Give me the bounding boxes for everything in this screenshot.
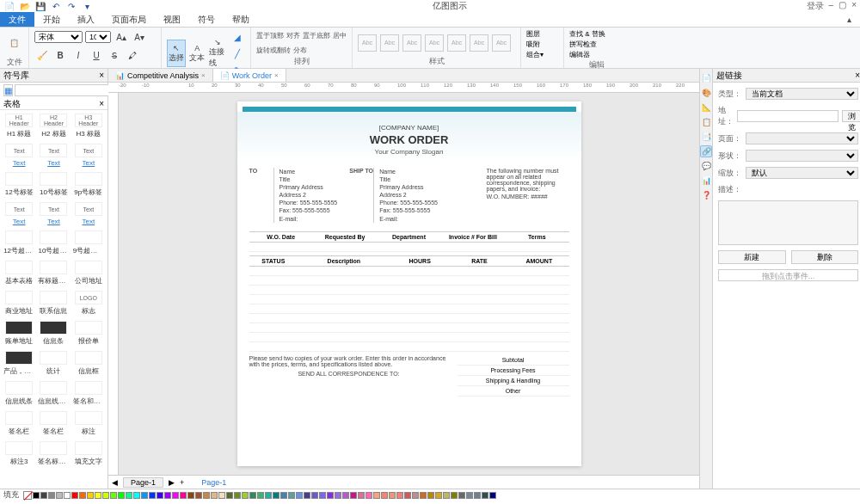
color-swatch[interactable] (157, 492, 163, 499)
browse-button[interactable]: 浏览 (842, 110, 860, 122)
menu-view[interactable]: 视图 (155, 12, 189, 27)
color-swatch[interactable] (427, 492, 434, 499)
rstrip-icon-1[interactable]: 🎨 (700, 87, 712, 99)
lib-item[interactable]: 统计 (38, 351, 69, 376)
color-swatch[interactable] (79, 492, 86, 499)
color-swatch[interactable] (451, 492, 458, 499)
qat-print-icon[interactable]: ▾ (81, 1, 93, 11)
events-hint[interactable]: 拖到点击事件... (718, 269, 858, 281)
color-swatch[interactable] (273, 492, 280, 499)
color-swatch[interactable] (288, 492, 295, 499)
menu-home[interactable]: 开始 (34, 12, 69, 27)
color-swatch[interactable] (342, 492, 349, 499)
color-swatch[interactable] (265, 492, 272, 499)
color-swatch[interactable] (412, 492, 419, 499)
color-swatch[interactable] (311, 492, 318, 499)
hyperlink-close-icon[interactable]: × (855, 71, 860, 80)
color-swatch[interactable] (280, 492, 287, 499)
snap-btn[interactable]: 吸附 (526, 40, 540, 49)
lib-item[interactable]: 联系信息 (38, 291, 69, 316)
lib-item[interactable]: TextText (3, 144, 34, 167)
style-7[interactable]: Abc (492, 34, 511, 52)
lib-item[interactable]: 账单地址 (3, 321, 34, 346)
page-tab-1[interactable]: Page-1 (123, 477, 163, 488)
close-icon[interactable]: × (274, 71, 279, 79)
color-swatch[interactable] (458, 492, 465, 499)
color-swatch[interactable] (350, 492, 357, 499)
color-swatch[interactable] (358, 492, 365, 499)
menu-help[interactable]: 帮助 (224, 12, 258, 27)
lib-item[interactable]: 12号超链... (3, 230, 34, 255)
color-swatch[interactable] (389, 492, 396, 499)
arrange-top[interactable]: 置于顶部 (256, 31, 284, 40)
symbol-lib-add-icon[interactable]: ▦ (3, 84, 13, 96)
lib-item[interactable]: 产品，价... (3, 351, 34, 376)
qat-save-icon[interactable]: 💾 (34, 1, 46, 11)
qat-redo-icon[interactable]: ↷ (65, 1, 77, 11)
new-button[interactable]: 新建 (718, 250, 786, 264)
color-swatch[interactable] (234, 492, 241, 499)
text-tool[interactable]: A文本 (188, 40, 206, 67)
symbol-lib-close-icon[interactable]: × (99, 71, 104, 80)
color-swatch[interactable] (48, 492, 55, 499)
clear-format-icon[interactable]: 🧹 (34, 47, 50, 63)
qat-new-icon[interactable]: 📄 (3, 1, 15, 11)
color-swatch[interactable] (195, 492, 202, 499)
qat-open-icon[interactable]: 📂 (19, 1, 31, 11)
color-swatch[interactable] (218, 492, 225, 499)
lib-item[interactable]: 信息线条 (3, 381, 34, 406)
color-swatch[interactable] (133, 492, 140, 499)
layer-btn[interactable]: 图层 (526, 29, 540, 39)
page-document[interactable]: [COMPANY NAME] WORK ORDER Your Company S… (237, 101, 581, 466)
lib-item[interactable]: TextText (3, 202, 34, 225)
color-swatch[interactable] (396, 492, 403, 499)
delete-button[interactable]: 删除 (791, 250, 859, 264)
color-swatch[interactable] (149, 492, 156, 499)
lib-item[interactable]: 基本表格 (3, 261, 34, 286)
arrange-distribute[interactable]: 分布 (293, 46, 307, 55)
color-swatch[interactable] (474, 492, 481, 499)
color-swatch[interactable] (71, 492, 78, 499)
rstrip-icon-8[interactable]: ❓ (700, 189, 712, 201)
type-select[interactable]: 当前文档 (746, 88, 858, 100)
style-3[interactable]: Abc (402, 34, 421, 52)
arrange-center[interactable]: 居中 (333, 31, 347, 40)
color-swatch[interactable] (203, 492, 210, 499)
shape-select[interactable] (746, 150, 858, 162)
color-swatch[interactable] (33, 492, 40, 499)
qat-undo-icon[interactable]: ↶ (50, 1, 62, 11)
window-minimize[interactable]: – (829, 0, 834, 12)
lib-item[interactable]: TextText (73, 144, 104, 167)
spell-check-btn[interactable]: 拼写检查 (569, 40, 597, 49)
style-1[interactable]: Abc (358, 34, 377, 52)
paste-button[interactable]: 📋 (5, 29, 23, 57)
lib-item[interactable]: 填充文字 (73, 441, 104, 466)
ribbon-collapse-icon[interactable]: ▴ (847, 15, 851, 24)
style-6[interactable]: Abc (470, 34, 488, 52)
color-swatch[interactable] (404, 492, 411, 499)
connector-tool[interactable]: ↘连接线 (209, 40, 227, 67)
lib-item[interactable]: 信息条 (38, 321, 69, 346)
lib-item[interactable]: 报价单 (73, 321, 104, 346)
color-swatch[interactable] (435, 492, 442, 499)
arrange-bottom[interactable]: 置于底部 (303, 31, 330, 40)
lib-item[interactable]: 9p号标签 (73, 172, 104, 197)
color-swatch[interactable] (56, 492, 63, 499)
color-swatch[interactable] (257, 492, 264, 499)
style-4[interactable]: Abc (425, 34, 444, 52)
lib-item[interactable]: H3 HeaderH3 标题 (73, 114, 104, 138)
bold-icon[interactable]: B (52, 47, 68, 63)
zoom-select[interactable]: 默认 (746, 167, 858, 179)
style-2[interactable]: Abc (380, 34, 399, 52)
color-swatch[interactable] (335, 492, 341, 499)
color-swatch[interactable] (87, 492, 94, 499)
lib-item[interactable]: TextText (73, 202, 104, 225)
italic-icon[interactable]: I (71, 47, 86, 63)
color-swatch[interactable] (110, 492, 117, 499)
lib-item[interactable]: 9号超链接 (73, 230, 104, 255)
color-swatch[interactable] (141, 492, 148, 499)
lib-item[interactable]: 信息线条2 (38, 381, 69, 406)
color-swatch[interactable] (482, 492, 488, 499)
page-prev[interactable]: ◀ (112, 478, 118, 487)
doc-tab-0[interactable]: 📊 Competitive Analysis × (108, 69, 213, 82)
